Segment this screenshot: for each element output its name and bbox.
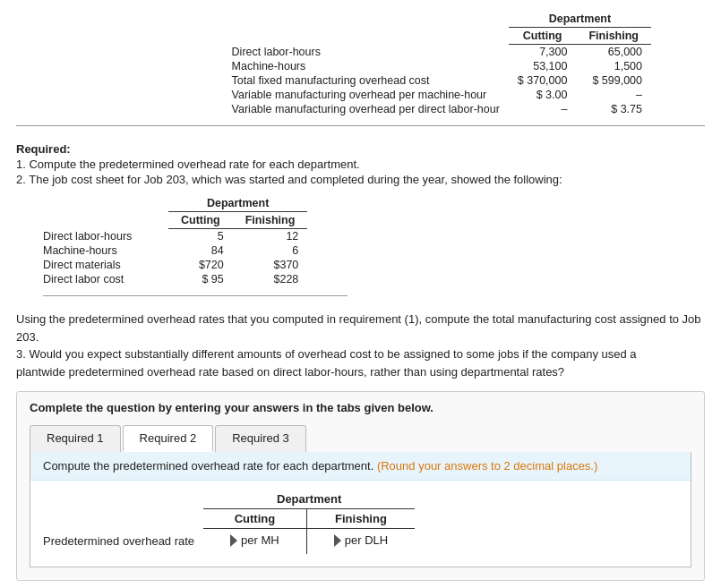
table-row: Direct materials $720 $370 (43, 258, 307, 272)
row-label: Total fixed manufacturing overhead cost (232, 73, 509, 88)
answer-finishing-header: Finishing (306, 509, 415, 529)
answer-dept-header: Department (203, 490, 415, 509)
row-finishing: $370 (233, 258, 308, 272)
table-row: Direct labor-hours 5 12 (43, 229, 307, 244)
row-cutting: $ 3.00 (509, 88, 577, 102)
row-cutting: – (509, 102, 577, 116)
finishing-unit-label: per DLH (345, 533, 388, 547)
row-label: Direct labor-hours (232, 45, 509, 60)
job-cutting-header: Cutting (168, 212, 233, 229)
info-bar-text: Compute the predetermined overhead rate … (43, 459, 373, 473)
problem-line4: plantwide predetermined overhead rate ba… (16, 365, 564, 379)
row-finishing: 12 (233, 229, 308, 244)
top-section: Department Cutting Finishing Direct labo… (16, 11, 705, 126)
required-line2: 2. The job cost sheet for Job 203, which… (16, 173, 705, 186)
problem-line1: Using the predetermined overhead rates t… (16, 312, 679, 326)
answer-table-wrap: Department Cutting Finishing Predetermin… (30, 481, 691, 567)
info-bar-highlight: (Round your answers to 2 decimal places.… (377, 459, 597, 473)
top-cutting-header: Cutting (509, 28, 577, 45)
table-row: Machine-hours 84 6 (43, 243, 307, 258)
complete-title: Complete the question by entering your a… (30, 401, 691, 414)
tab-content: Compute the predetermined overhead rate … (30, 452, 691, 567)
row-finishing: 1,500 (576, 59, 651, 73)
row-finishing: 6 (233, 243, 308, 258)
tab-required1[interactable]: Required 1 (30, 425, 121, 452)
problem-text-section: Using the predetermined overhead rates t… (16, 311, 705, 380)
row-cutting: 53,100 (509, 59, 577, 73)
row-finishing: 65,000 (576, 45, 651, 60)
job-finishing-header: Finishing (233, 212, 308, 229)
table-row: Direct labor-hours 7,300 65,000 (232, 45, 651, 60)
row-cutting: 7,300 (509, 45, 577, 60)
row-finishing: $ 3.75 (576, 102, 651, 116)
row-label: Direct labor cost (43, 272, 168, 286)
row-label: Variable manufacturing overhead per mach… (232, 88, 509, 102)
job-203-table: Department Cutting Finishing Direct labo… (43, 195, 307, 286)
table-row: Total fixed manufacturing overhead cost … (232, 73, 651, 88)
finishing-answer-cell[interactable]: per DLH (306, 529, 415, 554)
answer-cutting-header: Cutting (203, 509, 306, 529)
row-cutting: $720 (168, 258, 233, 272)
tabs-row: Required 1 Required 2 Required 3 (30, 425, 691, 452)
top-finishing-header: Finishing (576, 28, 651, 45)
row-cutting: $ 370,000 (509, 73, 577, 88)
info-bar: Compute the predetermined overhead rate … (30, 452, 691, 481)
dept-data-table: Department Cutting Finishing Direct labo… (232, 11, 651, 116)
tab-required3[interactable]: Required 3 (215, 425, 306, 452)
answer-table: Department Cutting Finishing Predetermin… (43, 490, 415, 554)
row-label: Machine-hours (43, 243, 168, 258)
job-table-section: Department Cutting Finishing Direct labo… (43, 195, 705, 296)
table-row: Variable manufacturing overhead per mach… (232, 88, 651, 102)
job-dept-header: Department (168, 195, 307, 212)
table-row: Machine-hours 53,100 1,500 (232, 59, 651, 73)
answer-row: Predetermined overhead rate per MH per D… (43, 529, 415, 554)
row-finishing: $ 599,000 (576, 73, 651, 88)
required-line1: 1. Compute the predetermined overhead ra… (16, 158, 705, 171)
problem-line3: 3. Would you expect substantially differ… (16, 347, 637, 361)
row-label: Machine-hours (232, 59, 509, 73)
row-label: Direct labor-hours (43, 229, 168, 244)
row-cutting: 5 (168, 229, 233, 244)
top-dept-header: Department (509, 11, 651, 28)
table-row: Variable manufacturing overhead per dire… (232, 102, 651, 116)
table-row: Direct labor cost $ 95 $228 (43, 272, 307, 286)
row-label: Variable manufacturing overhead per dire… (232, 102, 509, 116)
cutting-triangle-marker (230, 534, 237, 547)
answer-row-label: Predetermined overhead rate (43, 529, 203, 554)
row-label: Direct materials (43, 258, 168, 272)
required-heading: Required: (16, 142, 71, 156)
cutting-answer-cell[interactable]: per MH (203, 529, 306, 554)
tab-required2[interactable]: Required 2 (123, 425, 214, 452)
finishing-triangle-marker (334, 534, 341, 547)
row-cutting: 84 (168, 243, 233, 258)
required-text-section: Required: 1. Compute the predetermined o… (16, 142, 705, 186)
row-cutting: $ 95 (168, 272, 233, 286)
cutting-unit-label: per MH (241, 533, 279, 547)
row-finishing: – (576, 88, 651, 102)
row-finishing: $228 (233, 272, 308, 286)
complete-question-box: Complete the question by entering your a… (16, 391, 705, 581)
